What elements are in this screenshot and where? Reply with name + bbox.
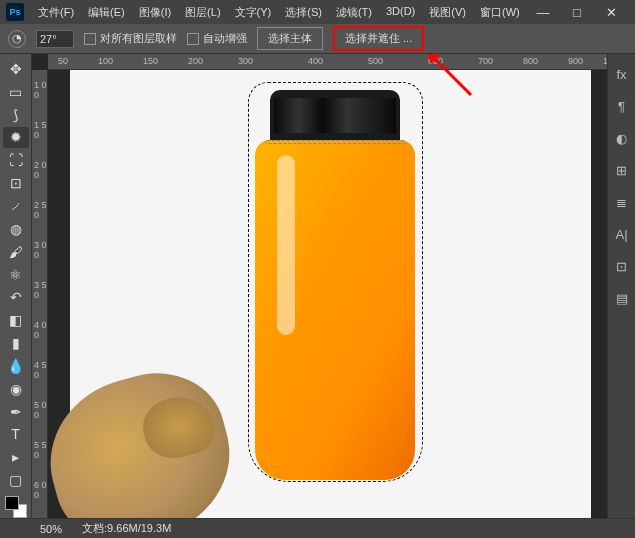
color-swatch[interactable] bbox=[5, 496, 27, 518]
properties-icon[interactable]: ≣ bbox=[612, 192, 632, 212]
frame-tool[interactable]: ⊡ bbox=[3, 172, 29, 194]
ruler-mark: 6 0 0 bbox=[34, 480, 47, 500]
blur-tool[interactable]: 💧 bbox=[3, 355, 29, 377]
menu-edit[interactable]: 编辑(E) bbox=[82, 2, 131, 23]
marquee-tool[interactable]: ▭ bbox=[3, 81, 29, 103]
swatches-icon[interactable]: ⊞ bbox=[612, 160, 632, 180]
auto-enhance-label: 自动增强 bbox=[203, 31, 247, 46]
menu-type[interactable]: 文字(Y) bbox=[229, 2, 278, 23]
image-ginger bbox=[32, 357, 247, 518]
gradient-tool[interactable]: ▮ bbox=[3, 332, 29, 354]
ruler-mark: 800 bbox=[523, 56, 538, 66]
ruler-mark: 5 0 0 bbox=[34, 400, 47, 420]
menu-layer[interactable]: 图层(L) bbox=[179, 2, 226, 23]
ruler-mark: 1 5 0 bbox=[34, 120, 47, 140]
ruler-mark: 400 bbox=[308, 56, 323, 66]
dodge-tool[interactable]: ◉ bbox=[3, 378, 29, 400]
lasso-tool[interactable]: ⟆ bbox=[3, 104, 29, 126]
sample-all-label: 对所有图层取样 bbox=[100, 31, 177, 46]
canvas[interactable] bbox=[70, 70, 591, 518]
menu-filter[interactable]: 滤镜(T) bbox=[330, 2, 378, 23]
menu-3d[interactable]: 3D(D) bbox=[380, 2, 421, 23]
checkbox-icon[interactable] bbox=[84, 33, 96, 45]
toolbar: ✥ ▭ ⟆ ✹ ⛶ ⊡ ⟋ ◍ 🖌 ⚛ ↶ ◧ ▮ 💧 ◉ ✒ T ▸ ▢ bbox=[0, 54, 32, 518]
right-panel: fx ¶ ◐ ⊞ ≣ A| ⊡ ▤ bbox=[607, 54, 635, 518]
document-size: 文档:9.66M/19.3M bbox=[82, 521, 171, 536]
image-bottle bbox=[255, 140, 415, 480]
brush-tool[interactable]: 🖌 bbox=[3, 241, 29, 263]
ruler-mark: 500 bbox=[368, 56, 383, 66]
ruler-mark: 150 bbox=[143, 56, 158, 66]
eyedropper-tool[interactable]: ⟋ bbox=[3, 195, 29, 217]
sample-all-layers-option[interactable]: 对所有图层取样 bbox=[84, 31, 177, 46]
ruler-mark: 1 0 0 bbox=[34, 80, 47, 100]
clone-stamp-tool[interactable]: ⚛ bbox=[3, 264, 29, 286]
ruler-mark: 700 bbox=[478, 56, 493, 66]
image-bottle-cap bbox=[270, 90, 400, 145]
adjustments-icon[interactable]: ◐ bbox=[612, 128, 632, 148]
path-selection-tool[interactable]: ▸ bbox=[3, 446, 29, 468]
paragraph-icon[interactable]: ¶ bbox=[612, 96, 632, 116]
ruler-mark: 100 bbox=[98, 56, 113, 66]
ruler-horizontal[interactable]: 50 100 150 200 300 400 500 600 700 800 9… bbox=[48, 54, 607, 70]
history-brush-tool[interactable]: ↶ bbox=[3, 286, 29, 308]
ruler-mark: 100 bbox=[603, 56, 607, 66]
canvas-area: 50 100 150 200 300 400 500 600 700 800 9… bbox=[32, 54, 607, 518]
type-tool[interactable]: T bbox=[3, 424, 29, 446]
close-button[interactable]: ✕ bbox=[599, 4, 623, 20]
pen-tool[interactable]: ✒ bbox=[3, 401, 29, 423]
crop-tool[interactable]: ⛶ bbox=[3, 149, 29, 171]
menu-select[interactable]: 选择(S) bbox=[279, 2, 328, 23]
rectangle-tool[interactable]: ▢ bbox=[3, 469, 29, 491]
menu-file[interactable]: 文件(F) bbox=[32, 2, 80, 23]
maximize-button[interactable]: □ bbox=[565, 4, 589, 20]
character-icon[interactable]: A| bbox=[612, 224, 632, 244]
channels-icon[interactable]: ▤ bbox=[612, 288, 632, 308]
ruler-mark: 4 5 0 bbox=[34, 360, 47, 380]
ruler-mark: 50 bbox=[58, 56, 68, 66]
ruler-mark: 300 bbox=[238, 56, 253, 66]
menu-image[interactable]: 图像(I) bbox=[133, 2, 177, 23]
ruler-mark: 3 5 0 bbox=[34, 280, 47, 300]
status-bar: 50% 文档:9.66M/19.3M bbox=[0, 518, 635, 538]
move-tool[interactable]: ✥ bbox=[3, 58, 29, 80]
ruler-mark: 600 bbox=[428, 56, 443, 66]
checkbox-icon[interactable] bbox=[187, 33, 199, 45]
eraser-tool[interactable]: ◧ bbox=[3, 309, 29, 331]
menu-bar: 文件(F) 编辑(E) 图像(I) 图层(L) 文字(Y) 选择(S) 滤镜(T… bbox=[32, 2, 526, 23]
ruler-mark: 2 0 0 bbox=[34, 160, 47, 180]
angle-input[interactable] bbox=[36, 30, 74, 48]
zoom-level[interactable]: 50% bbox=[40, 523, 62, 535]
ruler-mark: 5 5 0 bbox=[34, 440, 47, 460]
minimize-button[interactable]: — bbox=[531, 4, 555, 20]
tool-preset-icon[interactable]: ◔ bbox=[8, 30, 26, 48]
fx-icon[interactable]: fx bbox=[612, 64, 632, 84]
healing-brush-tool[interactable]: ◍ bbox=[3, 218, 29, 240]
ruler-mark: 200 bbox=[188, 56, 203, 66]
layers-icon[interactable]: ⊡ bbox=[612, 256, 632, 276]
select-and-mask-button[interactable]: 选择并遮住 ... bbox=[333, 26, 424, 51]
menu-window[interactable]: 窗口(W) bbox=[474, 2, 526, 23]
ruler-vertical[interactable]: 1 0 0 1 5 0 2 0 0 2 5 0 3 0 0 3 5 0 4 0 … bbox=[32, 70, 48, 518]
ruler-mark: 3 0 0 bbox=[34, 240, 47, 260]
menu-view[interactable]: 视图(V) bbox=[423, 2, 472, 23]
auto-enhance-option[interactable]: 自动增强 bbox=[187, 31, 247, 46]
ruler-mark: 900 bbox=[568, 56, 583, 66]
options-bar: ◔ 对所有图层取样 自动增强 选择主体 选择并遮住 ... bbox=[0, 24, 635, 54]
select-subject-button[interactable]: 选择主体 bbox=[257, 27, 323, 50]
app-logo: Ps bbox=[6, 3, 24, 21]
ruler-mark: 2 5 0 bbox=[34, 200, 47, 220]
quick-selection-tool[interactable]: ✹ bbox=[3, 127, 29, 149]
ruler-mark: 4 0 0 bbox=[34, 320, 47, 340]
